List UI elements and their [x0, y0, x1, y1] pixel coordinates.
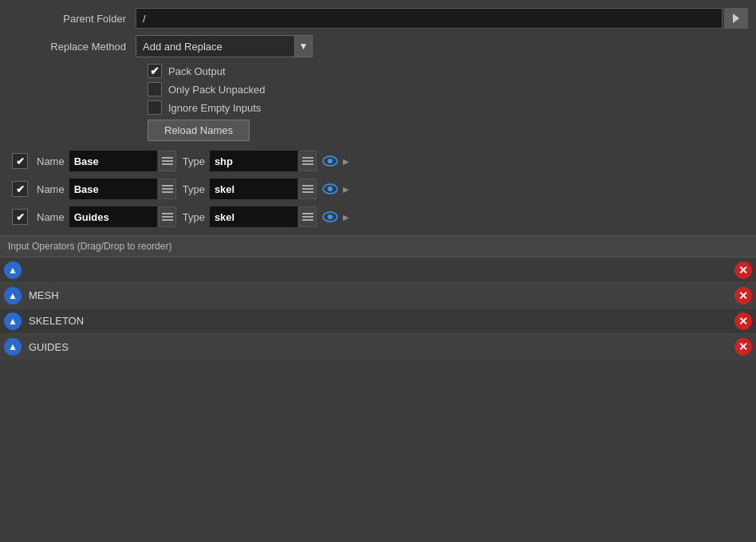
row3-type-input[interactable]: [210, 206, 297, 227]
reload-names-button[interactable]: Reload Names: [148, 120, 250, 141]
table-row: ✔ Name Type: [8, 149, 748, 173]
row1-checkbox[interactable]: ✔: [12, 153, 28, 169]
remove-icon: ✕: [734, 287, 752, 304]
operator-skeleton-name: SKELETON: [26, 315, 730, 327]
arrow-right-icon: [730, 12, 742, 25]
eye-icon: [322, 183, 338, 194]
only-pack-unpacked-row: ✔ Only Pack Unpacked: [148, 82, 748, 96]
table-row: ✔ Name Type: [8, 205, 748, 229]
row2-check-container: ✔: [8, 181, 32, 197]
row1-type-grid-icon[interactable]: [299, 151, 317, 171]
row1-checkmark: ✔: [16, 155, 25, 167]
row3-type-grid-icon[interactable]: [299, 206, 317, 227]
folder-browse-button[interactable]: [724, 8, 748, 29]
main-panel: Parent Folder Replace Method Add and Rep…: [0, 0, 756, 542]
ignore-empty-inputs-label: Ignore Empty Inputs: [168, 102, 261, 114]
list-item: ▲ GUIDES ✕: [0, 334, 756, 359]
svg-point-4: [328, 187, 333, 191]
row2-name-grid-icon[interactable]: [159, 179, 176, 199]
up-arrow-icon: ▲: [4, 338, 22, 355]
remove-icon: ✕: [734, 312, 752, 330]
row1-name-input[interactable]: [69, 151, 157, 171]
up-arrow-icon: ▲: [4, 287, 22, 304]
parent-folder-label: Parent Folder: [8, 13, 136, 25]
pack-output-row: ✔ Pack Output: [148, 64, 748, 78]
list-item: ▲ ✕: [0, 257, 756, 283]
replace-method-select[interactable]: Add and Replace Replace Only Add Only: [136, 35, 295, 57]
up-arrow-icon: ▲: [4, 261, 22, 279]
row2-chevron[interactable]: ▶: [341, 179, 352, 199]
row3-check-container: ✔: [8, 209, 32, 225]
list-item: ▲ MESH ✕: [0, 283, 756, 308]
row1-type-input[interactable]: [210, 151, 297, 171]
row3-name-label: Name: [37, 211, 65, 223]
remove-icon: ✕: [734, 261, 752, 279]
row2-name-label: Name: [37, 183, 65, 195]
row1-name-label: Name: [37, 155, 65, 167]
top-section: Parent Folder Replace Method Add and Rep…: [0, 0, 756, 149]
data-rows-section: ✔ Name Type: [0, 149, 756, 229]
row2-type-label: Type: [183, 183, 205, 195]
row1-eye-button[interactable]: [320, 151, 341, 171]
input-operators-header: Input Operators (Drag/Drop to reorder): [0, 236, 756, 257]
grid-line-2: [162, 160, 173, 162]
svg-marker-0: [733, 14, 739, 23]
svg-point-6: [328, 214, 333, 219]
row2-checkbox[interactable]: ✔: [12, 181, 28, 197]
operator-mesh-up-button[interactable]: ▲: [0, 283, 26, 308]
row1-chevron[interactable]: ▶: [341, 151, 352, 171]
operator-row0-up-button[interactable]: ▲: [0, 257, 26, 283]
parent-folder-row: Parent Folder: [8, 8, 748, 29]
replace-method-label: Replace Method: [8, 41, 136, 53]
checkboxes-section: ✔ Pack Output ✔ Only Pack Unpacked ✔ Ign…: [8, 64, 748, 115]
pack-output-label: Pack Output: [168, 65, 226, 77]
row1-name-grid-icon[interactable]: [159, 151, 176, 171]
operator-guides-up-button[interactable]: ▲: [0, 334, 26, 359]
operator-mesh-remove-button[interactable]: ✕: [730, 283, 756, 308]
svg-point-2: [328, 159, 333, 163]
eye-icon: [322, 155, 338, 167]
row3-type-label: Type: [183, 211, 205, 223]
row3-name-input[interactable]: [69, 206, 157, 227]
parent-folder-input[interactable]: [136, 8, 723, 29]
row2-eye-button[interactable]: [320, 179, 341, 199]
pack-output-checkmark: ✔: [150, 65, 159, 77]
row3-checkbox[interactable]: ✔: [12, 209, 28, 225]
list-item: ▲ SKELETON ✕: [0, 308, 756, 334]
ignore-empty-inputs-row: ✔ Ignore Empty Inputs: [148, 100, 748, 115]
grid-line-a: [302, 157, 313, 159]
row2-type-grid-icon[interactable]: [299, 179, 317, 199]
operator-skeleton-up-button[interactable]: ▲: [0, 308, 26, 334]
row3-chevron[interactable]: ▶: [341, 206, 352, 227]
input-operators-section: Input Operators (Drag/Drop to reorder) ▲…: [0, 235, 756, 359]
row1-type-label: Type: [183, 155, 205, 167]
grid-line-c: [302, 163, 313, 165]
row1-check-container: ✔: [8, 153, 32, 169]
grid-line-1: [162, 157, 173, 159]
pack-output-checkbox[interactable]: ✔: [148, 64, 162, 78]
operator-guides-name: GUIDES: [26, 341, 730, 353]
ignore-empty-inputs-checkbox[interactable]: ✔: [148, 100, 162, 115]
operator-mesh-name: MESH: [26, 289, 730, 301]
up-arrow-icon: ▲: [4, 312, 22, 330]
replace-method-row: Replace Method Add and Replace Replace O…: [8, 35, 748, 57]
dropdown-arrow-icon[interactable]: ▼: [295, 35, 313, 57]
row3-name-grid-icon[interactable]: [159, 206, 176, 227]
row2-checkmark: ✔: [16, 183, 25, 195]
replace-method-dropdown-container: Add and Replace Replace Only Add Only ▼: [136, 35, 313, 57]
eye-icon: [322, 211, 338, 222]
operator-row0-remove-button[interactable]: ✕: [730, 257, 756, 283]
only-pack-unpacked-checkbox[interactable]: ✔: [148, 82, 162, 96]
row3-eye-button[interactable]: [320, 206, 341, 227]
operator-guides-remove-button[interactable]: ✕: [730, 334, 756, 359]
row3-checkmark: ✔: [16, 211, 25, 223]
table-row: ✔ Name Type: [8, 177, 748, 201]
row2-type-input[interactable]: [210, 179, 297, 199]
only-pack-unpacked-label: Only Pack Unpacked: [168, 84, 265, 96]
remove-icon: ✕: [734, 338, 752, 355]
grid-line-b: [302, 160, 313, 162]
row2-name-input[interactable]: [69, 179, 157, 199]
grid-line-3: [162, 163, 173, 165]
operator-skeleton-remove-button[interactable]: ✕: [730, 308, 756, 334]
